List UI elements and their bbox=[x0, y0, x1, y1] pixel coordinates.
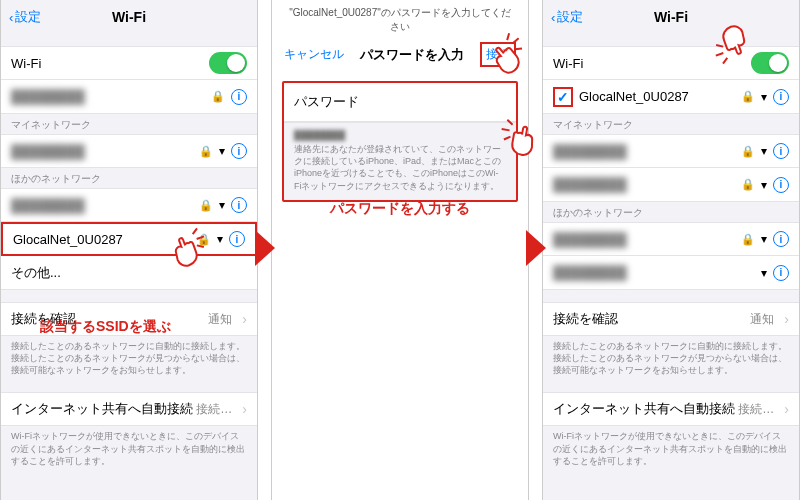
checkmark-icon: ✓ bbox=[553, 87, 573, 107]
chevron-right-icon: › bbox=[242, 311, 247, 327]
back-button[interactable]: ‹ 設定 bbox=[551, 8, 583, 26]
phone-screen-2: "GlocalNet_0U0287"のパスワードを入力してください キャンセル … bbox=[271, 0, 529, 500]
section-other-networks: ほかのネットワーク bbox=[1, 168, 257, 188]
ask-to-join-value: 通知 bbox=[208, 311, 232, 328]
lock-icon: 🔒 bbox=[197, 233, 211, 246]
modal-title: パスワードを入力 bbox=[360, 46, 464, 64]
info-icon[interactable]: i bbox=[231, 197, 247, 213]
wifi-toggle-row[interactable]: Wi-Fi bbox=[1, 46, 257, 80]
chevron-right-icon: › bbox=[242, 401, 247, 417]
lock-icon: 🔒 bbox=[211, 90, 225, 103]
hotspot-row[interactable]: インターネット共有へ自動接続 接続…› bbox=[543, 392, 799, 426]
wifi-toggle[interactable] bbox=[209, 52, 247, 74]
arrow-right-icon bbox=[255, 230, 275, 266]
hotspot-row[interactable]: インターネット共有へ自動接続 接続… › bbox=[1, 392, 257, 426]
wifi-icon: ▾ bbox=[761, 178, 767, 192]
arrow-right-icon bbox=[526, 230, 546, 266]
network-row[interactable]: ████████ 🔒 ▾ i bbox=[1, 188, 257, 222]
modal-prompt: "GlocalNet_0U0287"のパスワードを入力してください bbox=[272, 0, 528, 38]
ssid-label: ████████ bbox=[553, 144, 741, 159]
lock-icon: 🔒 bbox=[741, 145, 755, 158]
network-row[interactable]: ████████ 🔒▾i bbox=[543, 168, 799, 202]
chevron-right-icon: › bbox=[784, 311, 789, 327]
other-network-row[interactable]: その他... bbox=[1, 256, 257, 290]
wifi-icon: ▾ bbox=[761, 90, 767, 104]
connected-ssid: GlocalNet_0U0287 bbox=[579, 89, 741, 104]
hotspot-label: インターネット共有へ自動接続 bbox=[553, 400, 738, 418]
info-icon[interactable]: i bbox=[773, 143, 789, 159]
back-label: 設定 bbox=[557, 8, 583, 26]
hotspot-value: 接続… bbox=[196, 401, 232, 418]
current-ssid: ████████ bbox=[11, 89, 211, 104]
wifi-label: Wi-Fi bbox=[553, 56, 751, 71]
password-field[interactable]: パスワード bbox=[284, 83, 516, 122]
network-row[interactable]: ████████ 🔒▾i bbox=[543, 222, 799, 256]
info-icon[interactable]: i bbox=[231, 143, 247, 159]
ssid-label: ████████ bbox=[11, 144, 199, 159]
hotspot-label: インターネット共有へ自動接続 bbox=[11, 400, 196, 418]
ask-to-join-desc: 接続したことのあるネットワークに自動的に接続します。接続したことのあるネットワー… bbox=[543, 336, 799, 380]
info-icon[interactable]: i bbox=[231, 89, 247, 105]
info-icon[interactable]: i bbox=[773, 265, 789, 281]
phone-screen-3: ‹ 設定 Wi-Fi Wi-Fi ✓ GlocalNet_0U0287 🔒 ▾ … bbox=[542, 0, 800, 500]
connected-network-row[interactable]: ✓ GlocalNet_0U0287 🔒 ▾ i bbox=[543, 80, 799, 114]
back-label: 設定 bbox=[15, 8, 41, 26]
hotspot-desc: Wi-Fiネットワークが使用できないときに、このデバイスの近くにあるインターネッ… bbox=[1, 426, 257, 470]
lock-icon: 🔒 bbox=[741, 90, 755, 103]
chevron-left-icon: ‹ bbox=[9, 10, 13, 25]
section-other-networks: ほかのネットワーク bbox=[543, 202, 799, 222]
wifi-label: Wi-Fi bbox=[11, 56, 209, 71]
modal-toolbar: キャンセル パスワードを入力 接続 bbox=[272, 38, 528, 75]
ask-to-join-desc: 接続したことのあるネットワークに自動的に接続します。接続したことのあるネットワー… bbox=[1, 336, 257, 380]
wifi-icon: ▾ bbox=[217, 232, 223, 246]
ssid-label: ████████ bbox=[553, 265, 761, 280]
ask-to-join-value: 通知 bbox=[750, 311, 774, 328]
section-my-networks: マイネットワーク bbox=[543, 114, 799, 134]
caption-step2: パスワードを入力する bbox=[330, 200, 470, 218]
ask-to-join-label: 接続を確認 bbox=[553, 310, 750, 328]
password-hint: ████████ 連絡先にあなたが登録されていて、このネットワークに接続している… bbox=[284, 122, 516, 200]
chevron-left-icon: ‹ bbox=[551, 10, 555, 25]
network-row[interactable]: ████████ 🔒▾i bbox=[543, 134, 799, 168]
hotspot-value: 接続… bbox=[738, 401, 774, 418]
wifi-toggle-row[interactable]: Wi-Fi bbox=[543, 46, 799, 80]
hotspot-desc: Wi-Fiネットワークが使用できないときに、このデバイスの近くにあるインターネッ… bbox=[543, 426, 799, 470]
info-icon[interactable]: i bbox=[773, 89, 789, 105]
other-label: その他... bbox=[11, 264, 247, 282]
svg-marker-0 bbox=[255, 230, 275, 266]
wifi-icon: ▾ bbox=[219, 198, 225, 212]
ssid-label: ████████ bbox=[553, 177, 741, 192]
lock-icon: 🔒 bbox=[741, 178, 755, 191]
info-icon[interactable]: i bbox=[773, 231, 789, 247]
prompt-ssid: GlocalNet_0U0287 bbox=[293, 7, 378, 18]
hint-blur: ████████ bbox=[294, 129, 506, 141]
navbar: ‹ 設定 Wi-Fi bbox=[543, 0, 799, 34]
wifi-icon: ▾ bbox=[761, 232, 767, 246]
lock-icon: 🔒 bbox=[199, 145, 213, 158]
join-button[interactable]: 接続 bbox=[480, 42, 516, 67]
target-ssid-label: GlocalNet_0U0287 bbox=[13, 232, 197, 247]
chevron-right-icon: › bbox=[784, 401, 789, 417]
hint-text: 連絡先にあなたが登録されていて、このネットワークに接続しているiPhone、iP… bbox=[294, 144, 501, 190]
info-icon[interactable]: i bbox=[773, 177, 789, 193]
back-button[interactable]: ‹ 設定 bbox=[9, 8, 41, 26]
section-my-networks: マイネットワーク bbox=[1, 114, 257, 134]
info-icon[interactable]: i bbox=[229, 231, 245, 247]
wifi-icon: ▾ bbox=[761, 266, 767, 280]
phone-screen-1: ‹ 設定 Wi-Fi Wi-Fi ████████ 🔒 i マイネットワーク █… bbox=[0, 0, 258, 500]
navbar: ‹ 設定 Wi-Fi bbox=[1, 0, 257, 34]
target-network-row[interactable]: GlocalNet_0U0287 🔒 ▾ i bbox=[1, 222, 257, 256]
current-network-row[interactable]: ████████ 🔒 i bbox=[1, 80, 257, 114]
prompt-suffix: "のパスワードを入力してください bbox=[377, 7, 511, 32]
wifi-toggle[interactable] bbox=[751, 52, 789, 74]
ssid-label: ████████ bbox=[553, 232, 741, 247]
network-row[interactable]: ████████ 🔒 ▾ i bbox=[1, 134, 257, 168]
password-label: パスワード bbox=[294, 94, 359, 109]
ssid-label: ████████ bbox=[11, 198, 199, 213]
caption-step1: 該当するSSIDを選ぶ bbox=[40, 318, 171, 336]
ask-to-join-row[interactable]: 接続を確認 通知› bbox=[543, 302, 799, 336]
lock-icon: 🔒 bbox=[199, 199, 213, 212]
network-row[interactable]: ████████ ▾i bbox=[543, 256, 799, 290]
cancel-button[interactable]: キャンセル bbox=[284, 46, 344, 63]
svg-marker-1 bbox=[526, 230, 546, 266]
